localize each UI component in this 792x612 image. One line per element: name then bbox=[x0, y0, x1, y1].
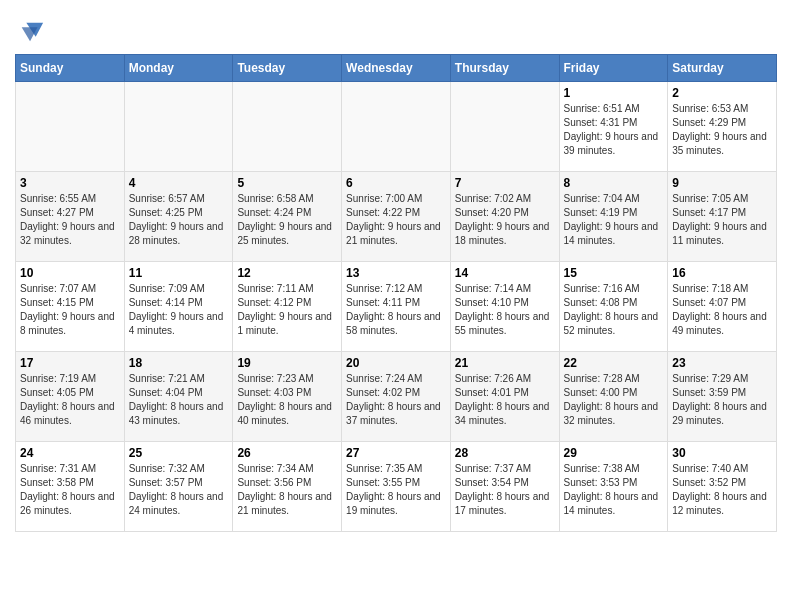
calendar-cell: 6Sunrise: 7:00 AM Sunset: 4:22 PM Daylig… bbox=[342, 172, 451, 262]
week-row: 3Sunrise: 6:55 AM Sunset: 4:27 PM Daylig… bbox=[16, 172, 777, 262]
day-number: 14 bbox=[455, 266, 555, 280]
day-number: 28 bbox=[455, 446, 555, 460]
calendar-cell: 22Sunrise: 7:28 AM Sunset: 4:00 PM Dayli… bbox=[559, 352, 668, 442]
day-number: 22 bbox=[564, 356, 664, 370]
day-number: 17 bbox=[20, 356, 120, 370]
day-number: 18 bbox=[129, 356, 229, 370]
day-info: Sunrise: 7:35 AM Sunset: 3:55 PM Dayligh… bbox=[346, 462, 446, 518]
calendar-cell: 5Sunrise: 6:58 AM Sunset: 4:24 PM Daylig… bbox=[233, 172, 342, 262]
calendar-cell: 29Sunrise: 7:38 AM Sunset: 3:53 PM Dayli… bbox=[559, 442, 668, 532]
calendar-cell: 1Sunrise: 6:51 AM Sunset: 4:31 PM Daylig… bbox=[559, 82, 668, 172]
calendar-cell: 26Sunrise: 7:34 AM Sunset: 3:56 PM Dayli… bbox=[233, 442, 342, 532]
day-info: Sunrise: 7:21 AM Sunset: 4:04 PM Dayligh… bbox=[129, 372, 229, 428]
header-day: Tuesday bbox=[233, 55, 342, 82]
calendar-cell: 2Sunrise: 6:53 AM Sunset: 4:29 PM Daylig… bbox=[668, 82, 777, 172]
calendar-cell: 8Sunrise: 7:04 AM Sunset: 4:19 PM Daylig… bbox=[559, 172, 668, 262]
day-number: 13 bbox=[346, 266, 446, 280]
day-info: Sunrise: 7:07 AM Sunset: 4:15 PM Dayligh… bbox=[20, 282, 120, 338]
day-number: 26 bbox=[237, 446, 337, 460]
day-info: Sunrise: 7:14 AM Sunset: 4:10 PM Dayligh… bbox=[455, 282, 555, 338]
calendar-table: SundayMondayTuesdayWednesdayThursdayFrid… bbox=[15, 54, 777, 532]
day-info: Sunrise: 7:29 AM Sunset: 3:59 PM Dayligh… bbox=[672, 372, 772, 428]
day-info: Sunrise: 7:38 AM Sunset: 3:53 PM Dayligh… bbox=[564, 462, 664, 518]
calendar-cell bbox=[16, 82, 125, 172]
week-row: 1Sunrise: 6:51 AM Sunset: 4:31 PM Daylig… bbox=[16, 82, 777, 172]
day-number: 8 bbox=[564, 176, 664, 190]
calendar-cell: 7Sunrise: 7:02 AM Sunset: 4:20 PM Daylig… bbox=[450, 172, 559, 262]
day-info: Sunrise: 7:32 AM Sunset: 3:57 PM Dayligh… bbox=[129, 462, 229, 518]
header-day: Sunday bbox=[16, 55, 125, 82]
header-day: Thursday bbox=[450, 55, 559, 82]
day-info: Sunrise: 7:26 AM Sunset: 4:01 PM Dayligh… bbox=[455, 372, 555, 428]
calendar-cell bbox=[124, 82, 233, 172]
calendar-cell: 10Sunrise: 7:07 AM Sunset: 4:15 PM Dayli… bbox=[16, 262, 125, 352]
calendar-cell: 14Sunrise: 7:14 AM Sunset: 4:10 PM Dayli… bbox=[450, 262, 559, 352]
calendar-cell: 18Sunrise: 7:21 AM Sunset: 4:04 PM Dayli… bbox=[124, 352, 233, 442]
day-info: Sunrise: 7:31 AM Sunset: 3:58 PM Dayligh… bbox=[20, 462, 120, 518]
header-day: Monday bbox=[124, 55, 233, 82]
day-number: 15 bbox=[564, 266, 664, 280]
day-number: 12 bbox=[237, 266, 337, 280]
day-info: Sunrise: 7:28 AM Sunset: 4:00 PM Dayligh… bbox=[564, 372, 664, 428]
day-info: Sunrise: 7:16 AM Sunset: 4:08 PM Dayligh… bbox=[564, 282, 664, 338]
header-row: SundayMondayTuesdayWednesdayThursdayFrid… bbox=[16, 55, 777, 82]
calendar-cell: 30Sunrise: 7:40 AM Sunset: 3:52 PM Dayli… bbox=[668, 442, 777, 532]
calendar-body: 1Sunrise: 6:51 AM Sunset: 4:31 PM Daylig… bbox=[16, 82, 777, 532]
day-info: Sunrise: 7:24 AM Sunset: 4:02 PM Dayligh… bbox=[346, 372, 446, 428]
header-day: Saturday bbox=[668, 55, 777, 82]
week-row: 24Sunrise: 7:31 AM Sunset: 3:58 PM Dayli… bbox=[16, 442, 777, 532]
day-info: Sunrise: 7:09 AM Sunset: 4:14 PM Dayligh… bbox=[129, 282, 229, 338]
calendar-cell: 24Sunrise: 7:31 AM Sunset: 3:58 PM Dayli… bbox=[16, 442, 125, 532]
calendar-cell: 21Sunrise: 7:26 AM Sunset: 4:01 PM Dayli… bbox=[450, 352, 559, 442]
day-info: Sunrise: 7:11 AM Sunset: 4:12 PM Dayligh… bbox=[237, 282, 337, 338]
calendar-cell: 28Sunrise: 7:37 AM Sunset: 3:54 PM Dayli… bbox=[450, 442, 559, 532]
day-info: Sunrise: 6:58 AM Sunset: 4:24 PM Dayligh… bbox=[237, 192, 337, 248]
day-info: Sunrise: 7:37 AM Sunset: 3:54 PM Dayligh… bbox=[455, 462, 555, 518]
day-number: 7 bbox=[455, 176, 555, 190]
day-info: Sunrise: 7:18 AM Sunset: 4:07 PM Dayligh… bbox=[672, 282, 772, 338]
day-number: 20 bbox=[346, 356, 446, 370]
day-info: Sunrise: 7:23 AM Sunset: 4:03 PM Dayligh… bbox=[237, 372, 337, 428]
day-number: 29 bbox=[564, 446, 664, 460]
calendar-cell: 27Sunrise: 7:35 AM Sunset: 3:55 PM Dayli… bbox=[342, 442, 451, 532]
day-number: 16 bbox=[672, 266, 772, 280]
calendar-cell: 17Sunrise: 7:19 AM Sunset: 4:05 PM Dayli… bbox=[16, 352, 125, 442]
header bbox=[15, 10, 777, 46]
day-number: 3 bbox=[20, 176, 120, 190]
day-number: 10 bbox=[20, 266, 120, 280]
logo bbox=[15, 18, 45, 46]
day-info: Sunrise: 7:34 AM Sunset: 3:56 PM Dayligh… bbox=[237, 462, 337, 518]
day-number: 1 bbox=[564, 86, 664, 100]
calendar-cell: 13Sunrise: 7:12 AM Sunset: 4:11 PM Dayli… bbox=[342, 262, 451, 352]
calendar-cell: 15Sunrise: 7:16 AM Sunset: 4:08 PM Dayli… bbox=[559, 262, 668, 352]
day-number: 2 bbox=[672, 86, 772, 100]
calendar-cell bbox=[342, 82, 451, 172]
calendar-cell: 12Sunrise: 7:11 AM Sunset: 4:12 PM Dayli… bbox=[233, 262, 342, 352]
day-info: Sunrise: 6:55 AM Sunset: 4:27 PM Dayligh… bbox=[20, 192, 120, 248]
header-day: Wednesday bbox=[342, 55, 451, 82]
calendar-cell: 11Sunrise: 7:09 AM Sunset: 4:14 PM Dayli… bbox=[124, 262, 233, 352]
calendar-cell: 19Sunrise: 7:23 AM Sunset: 4:03 PM Dayli… bbox=[233, 352, 342, 442]
day-number: 24 bbox=[20, 446, 120, 460]
calendar-cell bbox=[450, 82, 559, 172]
day-info: Sunrise: 6:51 AM Sunset: 4:31 PM Dayligh… bbox=[564, 102, 664, 158]
calendar-cell: 25Sunrise: 7:32 AM Sunset: 3:57 PM Dayli… bbox=[124, 442, 233, 532]
day-number: 27 bbox=[346, 446, 446, 460]
day-number: 30 bbox=[672, 446, 772, 460]
calendar-header: SundayMondayTuesdayWednesdayThursdayFrid… bbox=[16, 55, 777, 82]
day-number: 25 bbox=[129, 446, 229, 460]
day-number: 19 bbox=[237, 356, 337, 370]
header-day: Friday bbox=[559, 55, 668, 82]
calendar-cell: 23Sunrise: 7:29 AM Sunset: 3:59 PM Dayli… bbox=[668, 352, 777, 442]
day-number: 4 bbox=[129, 176, 229, 190]
day-info: Sunrise: 7:40 AM Sunset: 3:52 PM Dayligh… bbox=[672, 462, 772, 518]
calendar-cell bbox=[233, 82, 342, 172]
day-number: 21 bbox=[455, 356, 555, 370]
calendar-cell: 16Sunrise: 7:18 AM Sunset: 4:07 PM Dayli… bbox=[668, 262, 777, 352]
day-number: 23 bbox=[672, 356, 772, 370]
day-info: Sunrise: 7:12 AM Sunset: 4:11 PM Dayligh… bbox=[346, 282, 446, 338]
day-info: Sunrise: 7:00 AM Sunset: 4:22 PM Dayligh… bbox=[346, 192, 446, 248]
day-info: Sunrise: 7:04 AM Sunset: 4:19 PM Dayligh… bbox=[564, 192, 664, 248]
calendar-cell: 4Sunrise: 6:57 AM Sunset: 4:25 PM Daylig… bbox=[124, 172, 233, 262]
calendar-cell: 20Sunrise: 7:24 AM Sunset: 4:02 PM Dayli… bbox=[342, 352, 451, 442]
